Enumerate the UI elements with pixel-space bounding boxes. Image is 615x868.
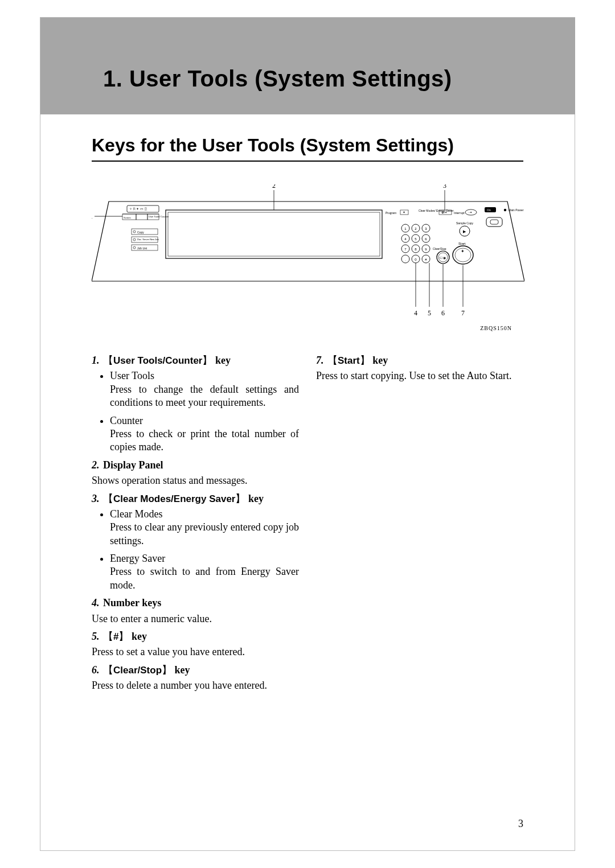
svg-text:✦: ✦	[461, 249, 465, 254]
svg-text:.: .	[405, 258, 406, 261]
svg-rect-2	[168, 212, 380, 256]
key-item-heading: 3. 【Clear Modes/Energy Saver】 key	[92, 492, 299, 505]
svg-rect-22	[486, 217, 502, 227]
svg-text:9: 9	[425, 248, 427, 251]
svg-text:▶: ▶	[463, 229, 466, 234]
svg-text:1: 1	[404, 227, 407, 231]
figure-id: ZBQS150N	[480, 325, 512, 331]
label-clear-stop: Clear/Stop	[433, 247, 446, 250]
label-main-power: Main Power	[509, 208, 524, 212]
svg-text:C/◉: C/◉	[440, 256, 446, 260]
svg-text:⦿/✦: ⦿/✦	[441, 211, 447, 214]
key-item-description: Press to delete a number you have entere…	[92, 679, 299, 692]
key-item-description: Press to start copying. Use to set the A…	[316, 369, 523, 382]
key-definitions: 1. 【User Tools/Counter】 keyUser ToolsPre…	[92, 349, 523, 697]
svg-text:✧ ⎘ ✦ ▭ ⍰: ✧ ⎘ ✦ ▭ ⍰	[129, 207, 147, 211]
svg-text:✦: ✦	[403, 211, 405, 214]
svg-text:8: 8	[415, 248, 417, 251]
svg-point-11	[133, 238, 136, 241]
svg-text:0: 0	[415, 258, 417, 261]
svg-text:4: 4	[404, 237, 407, 241]
svg-rect-6	[136, 214, 147, 220]
callout-label: 2	[272, 184, 276, 190]
label-job-list: Job List	[137, 246, 147, 250]
callout-label: 6	[441, 309, 445, 317]
chapter-title: 1. User Tools (System Settings)	[103, 66, 558, 92]
label-interrupt: Interrupt	[454, 211, 465, 215]
svg-rect-1	[166, 210, 382, 258]
svg-point-9	[133, 231, 136, 233]
key-bullet: CounterPress to check or print the total…	[110, 414, 299, 454]
key-item-heading: 2. Display Panel	[92, 459, 299, 472]
key-item-bullets: User ToolsPress to change the default se…	[103, 369, 299, 454]
key-item-bullets: Clear ModesPress to clear any previously…	[103, 508, 299, 592]
section-title: Keys for the User Tools (System Settings…	[92, 135, 523, 162]
key-item-description: Use to enter a numeric value.	[92, 612, 299, 626]
label-start: Start	[458, 242, 466, 245]
label-sample-copy: Sample Copy	[456, 221, 474, 225]
label-on: On	[487, 208, 491, 212]
key-item-heading: 1. 【User Tools/Counter】 key	[92, 354, 299, 367]
svg-text:6: 6	[425, 237, 427, 241]
key-bullet: Energy SaverPress to switch to and from …	[110, 552, 299, 592]
callout-label: 3	[443, 184, 446, 190]
control-panel-svg: ✧ ⎘ ✦ ▭ ⍰ Screen User Tools/ Counter Cop…	[92, 184, 524, 327]
svg-rect-23	[490, 220, 498, 224]
svg-point-21	[504, 209, 506, 211]
svg-point-13	[133, 246, 136, 249]
page-number: 3	[518, 818, 523, 830]
label-copy: Copy	[137, 231, 144, 234]
chapter-header-band: 1. User Tools (System Settings)	[40, 18, 575, 114]
callout-label: 1	[92, 212, 93, 220]
label-doc-server: Doc. Server New Job	[137, 238, 159, 241]
callout-label: 5	[428, 309, 431, 317]
key-bullet: Clear ModesPress to clear any previously…	[110, 508, 299, 548]
key-item-description: Press to set a value you have entered.	[92, 645, 299, 659]
label-user-tools: User Tools/ Counter	[149, 215, 169, 218]
label-screen: Screen	[124, 216, 131, 219]
svg-text:2: 2	[415, 227, 417, 231]
key-item-heading: 5. 【#】 key	[92, 630, 299, 643]
label-program: Program	[386, 211, 396, 215]
key-item-heading: 7. 【Start】 key	[316, 354, 523, 367]
right-column: 7. 【Start】 keyPress to start copying. Us…	[316, 349, 523, 697]
key-item-description: Shows operation status and messages.	[92, 474, 299, 487]
label-clear-modes: Clear Modes/ Energy Saver	[419, 209, 454, 212]
callout-label: 7	[461, 309, 465, 317]
key-bullet: User ToolsPress to change the default se…	[110, 369, 299, 409]
svg-text:3: 3	[425, 227, 427, 231]
callout-label: 4	[414, 309, 417, 317]
svg-text:7: 7	[404, 248, 407, 251]
svg-text:5: 5	[415, 237, 417, 241]
left-column: 1. 【User Tools/Counter】 keyUser ToolsPre…	[92, 349, 299, 697]
key-item-heading: 6. 【Clear/Stop】 key	[92, 664, 299, 677]
control-panel-figure: ✧ ⎘ ✦ ▭ ⍰ Screen User Tools/ Counter Cop…	[92, 184, 523, 327]
key-item-heading: 4. Number keys	[92, 597, 299, 610]
page: 1. User Tools (System Settings) Keys for…	[40, 17, 575, 851]
svg-text:#: #	[425, 258, 427, 261]
svg-text:-✦: -✦	[469, 211, 472, 214]
